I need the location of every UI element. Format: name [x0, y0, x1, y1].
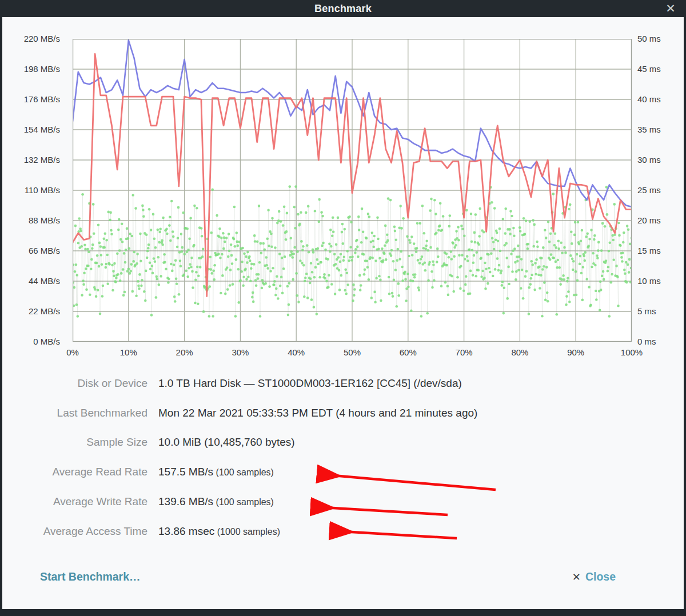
x-tick-label: 10%: [106, 347, 151, 357]
detail-label: Average Write Rate: [11, 495, 147, 508]
dialog-title: Benchmark: [314, 3, 372, 15]
x-tick-label: 80%: [497, 347, 543, 357]
x-tick-label: 40%: [273, 347, 319, 357]
y-right-tick-label: 5 ms: [637, 306, 686, 316]
detail-note: (100 samples): [213, 497, 274, 507]
x-tick-label: 20%: [162, 347, 208, 357]
detail-value: 13.86 msec (1000 samples): [158, 525, 650, 538]
y-left-tick-label: 66 MB/s: [3, 246, 60, 255]
x-tick-label: 60%: [385, 347, 431, 357]
detail-row: Average Read Rate157.5 MB/s (100 samples…: [0, 466, 686, 483]
y-left-tick-label: 44 MB/s: [3, 276, 60, 286]
detail-label: Average Access Time: [11, 525, 147, 538]
detail-label: Sample Size: [11, 436, 147, 449]
detail-value: Mon 22 Mar 2021 05:33:53 PM EDT (4 hours…: [158, 407, 650, 419]
detail-value: 1.0 TB Hard Disk — ST1000DM003-1ER162 [C…: [158, 377, 650, 390]
detail-value: 157.5 MB/s (100 samples): [158, 466, 650, 478]
y-right-tick-label: 10 ms: [637, 276, 686, 286]
window-close-icon[interactable]: ✕: [662, 0, 679, 17]
y-left-tick-label: 110 MB/s: [3, 185, 60, 195]
detail-note: (100 samples): [213, 467, 274, 477]
y-right-tick-label: 15 ms: [637, 246, 686, 255]
y-left-tick-label: 198 MB/s: [3, 64, 60, 74]
x-tick-label: 70%: [441, 347, 487, 357]
detail-value: 10.0 MiB (10,485,760 bytes): [158, 436, 650, 449]
chart-canvas: [73, 39, 632, 342]
start-benchmark-button[interactable]: Start Benchmark…: [40, 570, 141, 583]
close-x-icon: ✕: [572, 571, 581, 583]
y-left-tick-label: 154 MB/s: [3, 125, 60, 134]
detail-row: Last BenchmarkedMon 22 Mar 2021 05:33:53…: [0, 407, 686, 424]
detail-row: Sample Size10.0 MiB (10,485,760 bytes): [0, 436, 686, 453]
y-right-tick-label: 0 ms: [637, 337, 686, 346]
y-right-tick-label: 45 ms: [637, 64, 686, 74]
y-right-tick-label: 25 ms: [637, 185, 686, 195]
y-left-tick-label: 132 MB/s: [3, 155, 60, 165]
title-bar: Benchmark ✕: [0, 0, 686, 17]
y-right-tick-label: 50 ms: [637, 34, 686, 43]
x-tick-label: 90%: [553, 347, 599, 357]
benchmark-chart: [73, 39, 632, 342]
y-left-tick-label: 220 MB/s: [3, 34, 60, 43]
detail-row: Average Write Rate139.6 MB/s (100 sample…: [0, 495, 686, 513]
detail-label: Last Benchmarked: [11, 407, 147, 419]
close-button[interactable]: ✕ Close: [572, 570, 616, 583]
y-right-tick-label: 20 ms: [637, 215, 686, 225]
x-tick-label: 100%: [609, 347, 655, 357]
y-right-tick-label: 40 ms: [637, 94, 686, 104]
benchmark-dialog: { "window": { "title": "Benchmark", "clo…: [0, 0, 686, 616]
y-left-tick-label: 88 MB/s: [3, 215, 60, 225]
y-left-tick-label: 22 MB/s: [3, 306, 60, 316]
detail-label: Disk or Device: [11, 377, 147, 390]
close-button-label: Close: [585, 570, 616, 583]
y-right-tick-label: 30 ms: [637, 155, 686, 165]
y-right-tick-label: 35 ms: [637, 125, 686, 134]
y-left-tick-label: 0 MB/s: [3, 337, 60, 346]
detail-row: Average Access Time13.86 msec (1000 samp…: [0, 525, 686, 542]
y-left-tick-label: 176 MB/s: [3, 94, 60, 104]
detail-row: Disk or Device1.0 TB Hard Disk — ST1000D…: [0, 377, 686, 394]
x-tick-label: 0%: [50, 347, 95, 357]
x-tick-label: 50%: [329, 347, 375, 357]
detail-value: 139.6 MB/s (100 samples): [158, 495, 650, 508]
detail-note: (1000 samples): [214, 527, 280, 537]
x-tick-label: 30%: [217, 347, 263, 357]
detail-label: Average Read Rate: [11, 466, 147, 478]
